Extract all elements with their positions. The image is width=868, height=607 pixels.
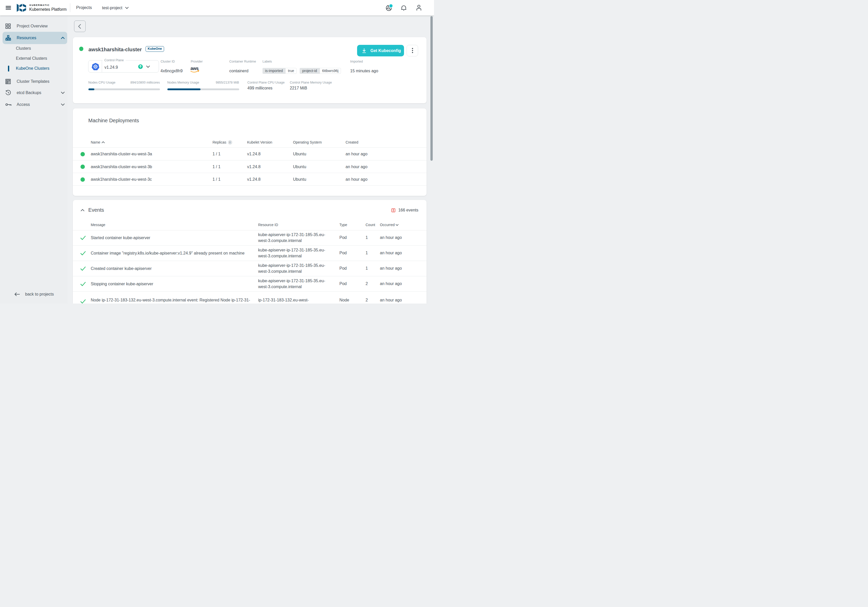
svg-text:aws: aws [191, 66, 199, 71]
